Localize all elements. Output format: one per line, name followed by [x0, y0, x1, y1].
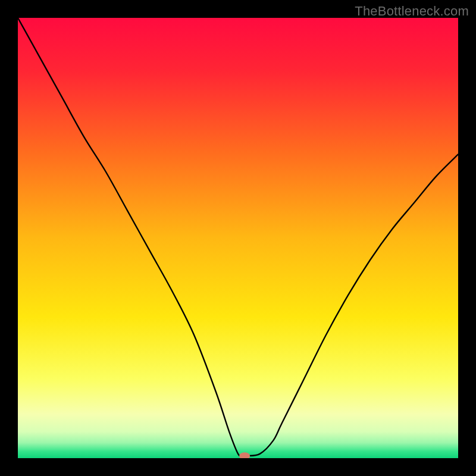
watermark-text: TheBottleneck.com: [355, 4, 469, 19]
chart-background: [18, 18, 458, 458]
bottleneck-chart: [18, 18, 458, 458]
chart-frame: TheBottleneck.com: [0, 0, 476, 476]
